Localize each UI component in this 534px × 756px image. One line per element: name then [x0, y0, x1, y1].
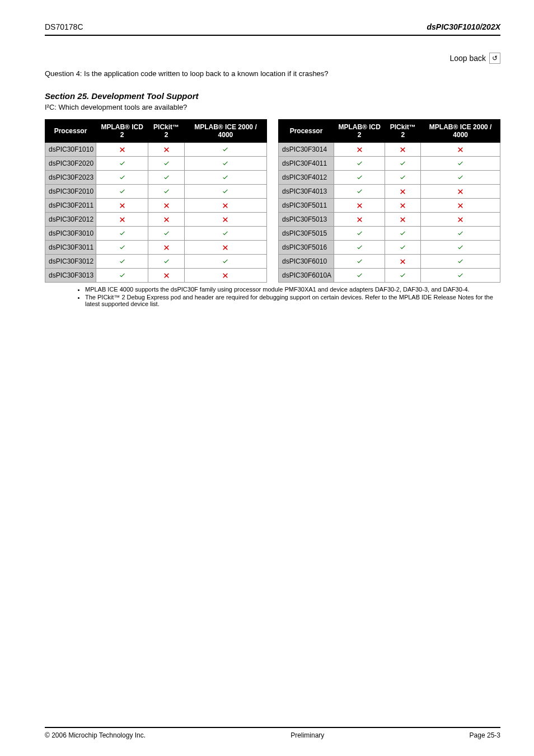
check-icon [457, 272, 464, 279]
section-title: Section 25. Development Tool Support [45, 91, 500, 101]
check-icon [457, 174, 464, 181]
processor-cell: dsPIC30F2020 [45, 157, 96, 171]
cell-pickit2 [385, 171, 421, 185]
processor-cell: dsPIC30F1010 [45, 143, 96, 157]
check-icon [163, 160, 170, 167]
question-text: Question 4: Is the application code writ… [45, 69, 500, 78]
check-icon [163, 258, 170, 265]
cross-icon [457, 188, 464, 195]
check-icon [222, 230, 229, 237]
cell-pickit2 [148, 227, 185, 241]
processor-cell: dsPIC30F2010 [45, 185, 96, 199]
check-icon [356, 160, 363, 167]
cell-icd2 [96, 241, 148, 255]
check-icon [457, 160, 464, 167]
table-row: dsPIC30F4011 [279, 157, 500, 171]
cell-ice [421, 199, 500, 213]
check-icon [222, 188, 229, 195]
loop-back-label: Loop back [449, 54, 486, 63]
note-item: The PICkit™ 2 Debug Express pod and head… [85, 294, 500, 307]
compatibility-tables: ProcessorMPLAB® ICD 2PICkit™ 2MPLAB® ICE… [45, 119, 500, 283]
check-icon [119, 188, 126, 195]
processor-cell: dsPIC30F6010A [279, 269, 334, 283]
processor-cell: dsPIC30F3012 [45, 255, 96, 269]
check-icon [119, 272, 126, 279]
cell-ice [421, 269, 500, 283]
col-pickit2: PICkit™ 2 [385, 120, 421, 143]
cross-icon [356, 146, 363, 153]
cell-icd2 [334, 157, 385, 171]
cell-ice [184, 241, 266, 255]
cell-ice [184, 171, 266, 185]
cell-pickit2 [385, 213, 421, 227]
cell-icd2 [334, 241, 385, 255]
cell-ice [184, 269, 266, 283]
table-row: dsPIC30F3010 [45, 227, 267, 241]
cell-ice [421, 157, 500, 171]
check-icon [356, 244, 363, 251]
col-processor: Processor [45, 120, 96, 143]
cell-ice [421, 255, 500, 269]
check-icon [163, 174, 170, 181]
cross-icon [222, 202, 229, 209]
cell-pickit2 [385, 227, 421, 241]
cross-icon [163, 216, 170, 223]
cross-icon [222, 244, 229, 251]
cell-ice [184, 255, 266, 269]
cell-pickit2 [148, 171, 185, 185]
cell-icd2 [334, 199, 385, 213]
cell-icd2 [96, 143, 148, 157]
processor-cell: dsPIC30F4011 [279, 157, 334, 171]
check-icon [457, 230, 464, 237]
check-icon [399, 160, 406, 167]
processor-cell: dsPIC30F5013 [279, 213, 334, 227]
header-right: dsPIC30F1010/202X [427, 22, 500, 31]
cross-icon [399, 146, 406, 153]
cell-icd2 [96, 255, 148, 269]
loop-back-link[interactable]: Loop back ↺ [449, 53, 500, 64]
check-icon [163, 188, 170, 195]
processor-cell: dsPIC30F4013 [279, 185, 334, 199]
cell-pickit2 [385, 157, 421, 171]
processor-cell: dsPIC30F5011 [279, 199, 334, 213]
cell-ice [184, 143, 266, 157]
cell-icd2 [334, 213, 385, 227]
table-row: dsPIC30F2011 [45, 199, 267, 213]
col-ice: MPLAB® ICE 2000 / 4000 [421, 120, 500, 143]
processor-cell: dsPIC30F2012 [45, 213, 96, 227]
check-icon [222, 258, 229, 265]
check-icon [356, 188, 363, 195]
check-icon [399, 244, 406, 251]
cell-pickit2 [148, 143, 185, 157]
cell-ice [184, 157, 266, 171]
section-subtitle: I²C: Which development tools are availab… [45, 103, 500, 111]
table-notes: MPLAB ICE 4000 supports the dsPIC30F fam… [63, 286, 500, 307]
cell-pickit2 [148, 185, 185, 199]
compat-table-right: ProcessorMPLAB® ICD 2PICkit™ 2MPLAB® ICE… [278, 119, 500, 283]
page-header: DS70178C dsPIC30F1010/202X [45, 22, 500, 31]
processor-cell: dsPIC30F2011 [45, 199, 96, 213]
cell-icd2 [334, 171, 385, 185]
table-row: dsPIC30F6010 [279, 255, 500, 269]
note-item: MPLAB ICE 4000 supports the dsPIC30F fam… [85, 286, 500, 293]
cell-ice [421, 171, 500, 185]
processor-cell: dsPIC30F5016 [279, 241, 334, 255]
table-row: dsPIC30F3014 [279, 143, 500, 157]
check-icon [399, 174, 406, 181]
cross-icon [163, 272, 170, 279]
cell-pickit2 [385, 143, 421, 157]
cell-pickit2 [385, 269, 421, 283]
processor-cell: dsPIC30F2023 [45, 171, 96, 185]
check-icon [119, 244, 126, 251]
cell-pickit2 [148, 213, 185, 227]
cross-icon [222, 216, 229, 223]
cross-icon [399, 202, 406, 209]
cross-icon [222, 272, 229, 279]
cell-pickit2 [148, 255, 185, 269]
cell-icd2 [96, 269, 148, 283]
table-row: dsPIC30F5013 [279, 213, 500, 227]
cross-icon [457, 146, 464, 153]
table-row: dsPIC30F2023 [45, 171, 267, 185]
cross-icon [163, 202, 170, 209]
processor-cell: dsPIC30F3010 [45, 227, 96, 241]
